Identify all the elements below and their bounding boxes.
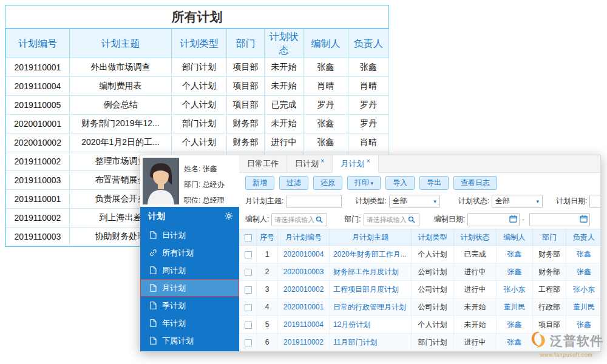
code-link[interactable]: 2019110004	[283, 320, 324, 329]
code-link[interactable]: 2020010003	[283, 268, 324, 276]
no-cell: 3	[257, 281, 278, 298]
plan-date-input[interactable]	[589, 195, 600, 208]
owner-link[interactable]: 张鑫	[577, 320, 591, 329]
compiler-link[interactable]: 张鑫	[507, 338, 522, 346]
no-cell: 2	[257, 263, 278, 281]
status-filter-select[interactable]: 全部 ▾	[492, 195, 543, 208]
toolbar-button[interactable]: 还原	[313, 176, 342, 190]
toolbar-button[interactable]: 新增	[245, 176, 274, 190]
compiler-link[interactable]: 张鑫	[507, 320, 522, 329]
column-header: 编制人	[304, 29, 348, 58]
profile-department: 部门: 总经办	[184, 177, 225, 193]
subject-filter-input[interactable]	[286, 195, 342, 208]
dept-cell: 财务部	[533, 246, 566, 263]
dept-filter-input[interactable]	[364, 216, 408, 223]
row-checkbox[interactable]	[245, 286, 252, 294]
table-cell: 外出做市场调查	[70, 58, 172, 77]
compiler-filter-input[interactable]	[272, 216, 316, 223]
monthly-plan-window: 姓名: 张鑫 部门: 总经办 职位: 总经理 计划 日计划所有计划周计划月计划季…	[140, 155, 601, 352]
row-checkbox[interactable]	[245, 322, 252, 329]
search-icon[interactable]	[408, 216, 416, 223]
type-filter-select[interactable]: 全部 ▾	[389, 195, 440, 208]
code-link[interactable]: 2019110002	[283, 338, 324, 346]
row-checkbox[interactable]	[245, 339, 252, 346]
code-link[interactable]: 2020010001	[283, 303, 324, 311]
column-header: 负责人	[348, 29, 389, 58]
tab[interactable]: 日常工作	[239, 155, 287, 172]
column-header: 月计划主题	[330, 229, 412, 246]
dept-filter-box[interactable]	[364, 213, 419, 226]
calendar-icon[interactable]	[580, 215, 588, 224]
code-link[interactable]: 2020010004	[283, 250, 324, 258]
subject-link[interactable]: 11月部门计划	[333, 338, 377, 346]
table-cell: 2019110004	[6, 77, 70, 96]
profile-name: 姓名: 张鑫	[184, 161, 225, 177]
calendar-icon[interactable]	[509, 215, 517, 224]
subject-link[interactable]: 12月份计划	[333, 320, 370, 329]
gear-icon[interactable]	[225, 212, 233, 222]
subject-link[interactable]: 财务部工作月度计划	[333, 268, 399, 276]
table-row[interactable]: 2019110001外出做市场调查部门计划项目部未开始张鑫张鑫	[6, 58, 389, 77]
sidebar-item[interactable]: 所有计划	[140, 244, 239, 261]
table-cell: 张鑫	[304, 58, 348, 77]
table-cell: 肖晴	[348, 77, 389, 96]
close-icon[interactable]: ×	[320, 157, 324, 164]
toolbar-button[interactable]: 查看日志	[453, 176, 497, 190]
subject-link[interactable]: 日常的行政管理月计划	[333, 303, 406, 311]
search-icon[interactable]	[316, 216, 324, 223]
owner-link[interactable]: 张小东	[573, 285, 595, 294]
sidebar-item[interactable]: 年计划	[140, 314, 239, 332]
subject-link[interactable]: 工程项目部月度计划	[333, 285, 399, 294]
sidebar-item[interactable]: 下属计划	[140, 332, 239, 349]
compiler-filter-box[interactable]	[271, 213, 327, 226]
row-checkbox[interactable]	[245, 304, 252, 311]
sidebar-item[interactable]: 日计划	[140, 226, 239, 244]
owner-link[interactable]: 张鑫	[577, 250, 591, 258]
toolbar: 新增过滤还原打印 ▾导入导出查看日志	[239, 173, 600, 192]
compiler-link[interactable]: 张鑫	[507, 268, 522, 276]
owner-cell: 张鑫	[566, 263, 601, 281]
compiler-cell: 张鑫	[497, 334, 533, 351]
compile-date-start-input[interactable]	[467, 213, 520, 226]
column-header: 计划主题	[70, 29, 172, 58]
compiler-link[interactable]: 董川民	[504, 303, 526, 311]
table-row[interactable]: 2019110005例会总结个人计划项目部已完成罗丹罗丹	[6, 96, 389, 115]
owner-link[interactable]: 董川民	[573, 303, 595, 311]
table-row[interactable]: 20200100022020年1月2日的工...个人计划财务部进行中张鑫肖晴	[6, 133, 389, 152]
subject-link[interactable]: 2020年财务部工作月...	[333, 250, 407, 258]
row-checkbox[interactable]	[245, 251, 252, 258]
select-all-checkbox[interactable]	[245, 234, 252, 241]
toolbar-button[interactable]: 过滤	[279, 176, 308, 190]
column-header: 负责人	[566, 229, 601, 246]
checkbox-cell	[240, 316, 257, 334]
compiler-link[interactable]: 张小东	[504, 285, 526, 294]
no-cell: 5	[257, 316, 278, 334]
table-row: 42020010001日常的行政管理月计划公司计划未开始董川民行政部董川民	[240, 298, 601, 316]
compiler-cell: 张鑫	[497, 246, 533, 263]
table-row[interactable]: 2020010001财务部门2019年12...部门计划财务部未开始张鑫罗丹	[6, 115, 389, 133]
tab[interactable]: 月计划×	[333, 155, 378, 173]
table-cell: 张鑫	[304, 115, 348, 133]
row-checkbox[interactable]	[245, 269, 252, 276]
document-icon	[149, 284, 157, 292]
toolbar-button[interactable]: 导出	[419, 176, 449, 190]
tab[interactable]: 日计划×	[287, 155, 333, 172]
table-cell: 2020010001	[6, 115, 70, 133]
owner-link[interactable]: 张鑫	[577, 268, 591, 276]
table-cell: 财务部门2019年12...	[70, 115, 172, 133]
table-row[interactable]: 2019110004编制费用表个人计划项目部未开始肖晴肖晴	[6, 77, 389, 96]
toolbar-button[interactable]: 打印 ▾	[347, 176, 381, 190]
code-link[interactable]: 2020010002	[283, 285, 324, 294]
toolbar-button[interactable]: 导入	[385, 176, 415, 190]
compile-date-end-input[interactable]	[529, 213, 590, 226]
sidebar-item[interactable]: 季计划	[140, 297, 239, 314]
type-cell: 个人计划	[412, 246, 454, 263]
document-icon	[149, 337, 157, 345]
status-filter-label: 计划状态:	[458, 196, 489, 206]
filter-row-1: 月计划主题: 计划类型: 全部 ▾ 计划状态: 全部 ▾ 计划日期:	[239, 192, 600, 210]
close-icon[interactable]: ×	[366, 157, 370, 164]
sidebar-item[interactable]: 月计划	[140, 279, 239, 297]
sidebar-item[interactable]: 周计划	[140, 261, 239, 279]
compiler-link[interactable]: 张鑫	[507, 250, 522, 258]
code-cell: 2020010001	[278, 298, 330, 316]
